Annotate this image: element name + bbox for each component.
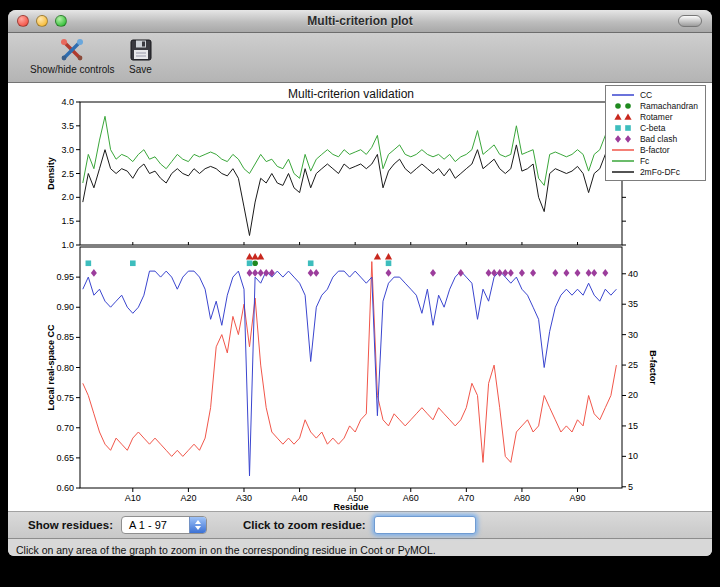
legend-label: C-beta (640, 123, 666, 133)
status-bar: Click on any area of the graph to zoom i… (8, 539, 712, 556)
svg-text:0.60: 0.60 (56, 483, 74, 493)
zoom-window-button[interactable] (55, 15, 67, 27)
legend-line-swatch (610, 145, 636, 155)
markers-c-beta (86, 260, 392, 266)
show-hide-controls-label: Show/hide controls (30, 64, 115, 75)
close-button[interactable] (17, 15, 29, 27)
save-button[interactable]: Save (125, 36, 157, 76)
controls-bar: Show residues: A 1 - 97 Click to zoom re… (8, 511, 712, 539)
show-residues-select[interactable]: A 1 - 97 (121, 516, 207, 534)
crossed-tools-icon (59, 37, 85, 63)
floppy-disk-icon (129, 37, 153, 63)
x-tick-label: A80 (514, 493, 530, 503)
legend-item-bad-clash: Bad clash (610, 133, 698, 144)
stepper-icon (189, 517, 206, 533)
svg-text:3.0: 3.0 (61, 145, 74, 155)
svg-text:4.0: 4.0 (61, 97, 74, 107)
svg-text:0.70: 0.70 (56, 423, 74, 433)
legend-label: Bad clash (640, 134, 677, 144)
x-tick-label: A40 (292, 493, 308, 503)
residue-axis-label: Residue (333, 502, 368, 511)
legend-item-c-beta: C-beta (610, 122, 698, 133)
svg-text:1.5: 1.5 (61, 216, 74, 226)
svg-text:30: 30 (628, 330, 638, 340)
bfactor-axis-label: B-factor (648, 350, 658, 385)
svg-text:10: 10 (628, 451, 638, 461)
svg-text:0.65: 0.65 (56, 453, 74, 463)
titlebar: Multi-criterion plot (8, 10, 712, 33)
density-axis-label: Density (46, 157, 56, 190)
legend-square-icon (610, 123, 636, 133)
svg-text:0.80: 0.80 (56, 363, 74, 373)
svg-text:20: 20 (628, 390, 638, 400)
svg-text:40: 40 (628, 269, 638, 279)
legend-label: Ramachandran (640, 101, 698, 111)
legend-label: B-factor (640, 145, 670, 155)
svg-text:35: 35 (628, 299, 638, 309)
legend-item-ramachandran: Ramachandran (610, 100, 698, 111)
cc-axis-label: Local real-space CC (46, 324, 56, 411)
legend-item-b-factor: B-factor (610, 144, 698, 155)
zoom-residue-label: Click to zoom residue: (243, 519, 366, 531)
svg-text:2.5: 2.5 (61, 169, 74, 179)
legend-label: Rotamer (640, 112, 673, 122)
show-residues-label: Show residues: (28, 519, 113, 531)
x-tick-label: A30 (236, 493, 252, 503)
legend: CCRamachandranRotamerC-betaBad clashB-fa… (605, 85, 706, 181)
legend-circle-icon (610, 101, 636, 111)
window-title: Multi-criterion plot (307, 14, 412, 28)
legend-item-rotamer: Rotamer (610, 111, 698, 122)
legend-triangle-icon (610, 112, 636, 122)
svg-text:0.75: 0.75 (56, 393, 74, 403)
legend-diamond-icon (610, 134, 636, 144)
toolbar: Show/hide controls Save (8, 33, 712, 83)
legend-label: CC (640, 90, 652, 100)
legend-item-fc: Fc (610, 155, 698, 166)
x-tick-label: A60 (403, 493, 419, 503)
plot-panel: Multi-criterion validation1.01.52.02.53.… (8, 83, 712, 511)
markers-ramachandran (252, 260, 258, 266)
window-buttons (17, 15, 67, 27)
x-tick-label: A20 (180, 493, 196, 503)
svg-text:0.90: 0.90 (56, 302, 74, 312)
legend-item-2mfo-dfc: 2mFo-DFc (610, 166, 698, 177)
x-tick-label: A10 (125, 493, 141, 503)
density-plot[interactable]: 1.01.52.02.53.03.54.0Density (46, 97, 626, 250)
zoom-residue-input[interactable] (374, 516, 476, 534)
save-label: Save (129, 64, 152, 75)
legend-line-swatch (610, 156, 636, 166)
show-hide-controls-button[interactable]: Show/hide controls (26, 36, 119, 76)
series-CC (83, 271, 617, 476)
legend-line-swatch (610, 167, 636, 177)
legend-label: 2mFo-DFc (640, 167, 680, 177)
svg-text:0.95: 0.95 (56, 272, 74, 282)
cc-bfactor-plot[interactable]: 0.600.650.700.750.800.850.900.9551015202… (46, 247, 658, 511)
series-2mFo-DFc (83, 145, 617, 236)
toolbar-toggle-button[interactable] (678, 15, 702, 27)
series-Fc (83, 116, 617, 185)
markers-rotamer (246, 253, 392, 259)
x-tick-label: A90 (570, 493, 586, 503)
chart-title: Multi-criterion validation (288, 87, 414, 101)
show-residues-value: A 1 - 97 (122, 517, 189, 533)
series-B-factor (83, 262, 617, 463)
svg-text:0.85: 0.85 (56, 332, 74, 342)
svg-text:15: 15 (628, 421, 638, 431)
svg-text:3.5: 3.5 (61, 121, 74, 131)
svg-text:1.0: 1.0 (61, 240, 74, 250)
app-window: Multi-criterion plot Show/hide controls (8, 10, 712, 556)
status-text: Click on any area of the graph to zoom i… (16, 544, 436, 556)
svg-text:5: 5 (628, 482, 633, 492)
legend-item-cc: CC (610, 89, 698, 100)
svg-text:25: 25 (628, 360, 638, 370)
x-tick-label: A70 (458, 493, 474, 503)
legend-line-swatch (610, 90, 636, 100)
legend-label: Fc (640, 156, 649, 166)
minimize-button[interactable] (36, 15, 48, 27)
svg-text:2.0: 2.0 (61, 192, 74, 202)
